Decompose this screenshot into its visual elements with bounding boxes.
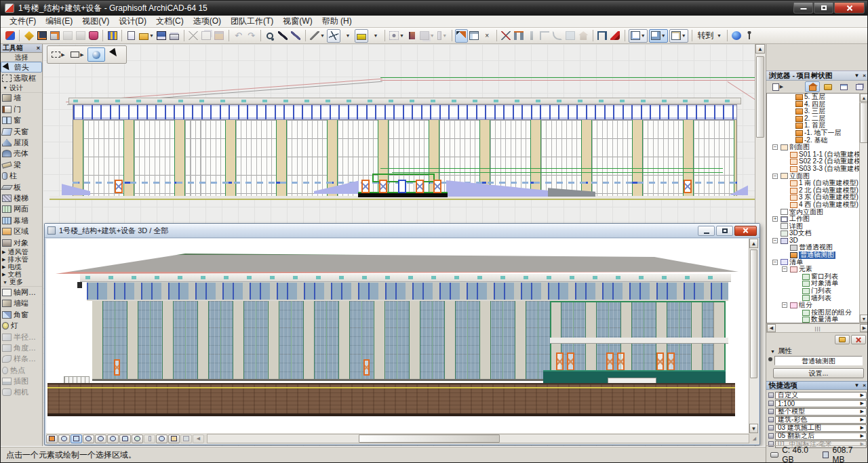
tree-item-elev-south[interactable]: 1 南 (自动重建模型) bbox=[767, 180, 860, 187]
tree-item-story-1[interactable]: 1. 首层 bbox=[767, 122, 860, 129]
settings-button[interactable]: 设置... bbox=[773, 368, 864, 378]
collapse-icon[interactable]: − bbox=[782, 266, 787, 272]
restore-button[interactable] bbox=[814, 3, 833, 14]
menu-edit[interactable]: 编辑(E) bbox=[41, 15, 77, 28]
next-view-icon[interactable] bbox=[180, 435, 192, 443]
delete-item-icon[interactable] bbox=[851, 335, 866, 344]
quick-options-close-icon[interactable]: × bbox=[863, 382, 866, 388]
tool-mesh[interactable]: 网面 bbox=[1, 204, 42, 215]
print-icon[interactable] bbox=[168, 29, 181, 43]
navigator-header[interactable]: 浏览器 - 项目树状图 ▼× bbox=[766, 71, 868, 81]
3d-close-button[interactable] bbox=[734, 226, 757, 236]
properties-section[interactable]: ▼ 属性 bbox=[770, 346, 792, 356]
pan-hand-icon[interactable] bbox=[119, 435, 131, 443]
tree-item-components[interactable]: −组分 bbox=[767, 302, 860, 309]
fillet-icon[interactable] bbox=[551, 29, 564, 43]
tree-item-elevations[interactable]: −立面图 bbox=[767, 173, 860, 180]
close-button[interactable] bbox=[834, 3, 865, 14]
project-map-home-icon[interactable] bbox=[805, 81, 820, 92]
snap-points-icon[interactable]: ▼ bbox=[388, 29, 406, 43]
tree-item-elev-east[interactable]: 3 东 (自动重建模型) bbox=[767, 194, 860, 201]
tree-item-interior-elevations[interactable]: 室内立面图 bbox=[767, 209, 860, 216]
open-file-icon[interactable]: ▼ bbox=[138, 29, 155, 43]
elevation-2d-drawing[interactable] bbox=[50, 75, 756, 205]
collapse-icon[interactable]: − bbox=[772, 238, 778, 243]
new-file-icon[interactable] bbox=[125, 29, 138, 43]
split-icon[interactable] bbox=[513, 29, 526, 43]
tree-item-schedules[interactable]: −清单 bbox=[767, 259, 860, 266]
goto-button[interactable]: 转到 ▼ bbox=[695, 29, 724, 43]
toolbox-group-cable[interactable]: ▶电缆 bbox=[1, 263, 42, 270]
sphere-mode-icon[interactable] bbox=[87, 47, 105, 62]
scroll-down-icon[interactable]: ▼ bbox=[860, 315, 868, 323]
adjust-icon[interactable] bbox=[526, 29, 538, 43]
tree-hscrollbar[interactable]: ◀ ||| ▶ bbox=[766, 323, 868, 333]
collapse-icon[interactable]: − bbox=[772, 174, 778, 179]
navigator-close-icon[interactable]: × bbox=[863, 73, 866, 79]
toolbox-group-design[interactable]: ▼设计 bbox=[1, 84, 42, 93]
project-tree[interactable]: 5. 五层 4. 四层 3. 三层 2. 二层 1. 首层 -1. 地下一层 -… bbox=[766, 93, 860, 323]
tree-item-story-b2[interactable]: -2. 基础 bbox=[767, 137, 860, 144]
tree-item-section-s01[interactable]: S01 1-1 (自动重建模型) bbox=[767, 151, 860, 159]
project-chooser-icon[interactable]: ▶ bbox=[768, 81, 788, 92]
tree-item-story-b1[interactable]: -1. 地下一层 bbox=[767, 129, 860, 137]
tree-item-story-4[interactable]: 4. 四层 bbox=[767, 101, 860, 108]
tool-grid[interactable]: 轴网… bbox=[1, 287, 42, 298]
viewport-3d[interactable] bbox=[46, 239, 749, 433]
zoom-in-icon[interactable] bbox=[95, 435, 106, 443]
tool-camera[interactable]: 相机 bbox=[1, 387, 42, 398]
tool-window[interactable]: 窗 bbox=[1, 115, 42, 126]
select-pen-icon[interactable] bbox=[455, 29, 468, 43]
tree-item-3d[interactable]: −3D bbox=[767, 237, 860, 245]
tool-wall[interactable]: 墙 bbox=[1, 93, 42, 104]
tree-item-story-3[interactable]: 3. 三层 bbox=[767, 108, 860, 115]
red-marker-icon[interactable] bbox=[609, 29, 622, 43]
toolbox-group-duct[interactable]: ▶通风管 bbox=[1, 248, 42, 256]
tree-item-worksheets[interactable]: +工作图 bbox=[767, 216, 860, 223]
collapse-icon[interactable]: − bbox=[772, 144, 778, 150]
teamwork-cancel-icon[interactable] bbox=[74, 29, 87, 43]
teamwork-grid-icon[interactable] bbox=[61, 29, 74, 43]
walk-person-icon[interactable] bbox=[743, 29, 756, 43]
menu-design[interactable]: 设计(D) bbox=[114, 15, 151, 28]
tree-item-quantity-list[interactable]: 数量清单 bbox=[767, 316, 860, 323]
tool-skylight[interactable]: 天窗 bbox=[1, 126, 42, 137]
zoom-slider-icon[interactable] bbox=[83, 435, 94, 443]
collapse-icon[interactable]: − bbox=[782, 302, 787, 308]
tree-item-perspective[interactable]: 普通透视图 bbox=[767, 244, 860, 251]
layout-book-icon[interactable] bbox=[836, 81, 851, 92]
resize-icon[interactable] bbox=[564, 29, 577, 43]
tool-lamp[interactable]: 灯 bbox=[1, 320, 42, 331]
zoom-out-icon[interactable] bbox=[107, 435, 119, 443]
tool-slab[interactable]: 板 bbox=[1, 182, 42, 193]
viewport-3d-hscrollbar[interactable] bbox=[207, 434, 749, 443]
quick-option-custom[interactable]: 自定义▶ bbox=[766, 391, 868, 399]
toolbox-group-more[interactable]: ▼更多 bbox=[1, 278, 42, 287]
tree-item-axonometry[interactable]: 普通轴测图 bbox=[767, 251, 860, 259]
tree-item-door-list[interactable]: 门列表 bbox=[767, 287, 860, 295]
quick-options-menu-icon[interactable]: ▼ bbox=[854, 382, 859, 388]
tree-vscrollbar[interactable]: ▲ ▼ bbox=[859, 93, 868, 323]
redo-icon[interactable]: ↷ bbox=[245, 29, 258, 43]
toolbox-header[interactable]: 工具箱 × bbox=[1, 44, 42, 53]
menu-help[interactable]: 帮助 (H) bbox=[317, 15, 357, 28]
tool-zone[interactable]: 区域 bbox=[1, 226, 42, 237]
tool-figure[interactable]: 插图 bbox=[1, 376, 42, 386]
groups-icon[interactable]: ▼ bbox=[418, 29, 436, 43]
window-layout-combo[interactable]: ▼ bbox=[669, 29, 688, 43]
more-options-icon[interactable]: ◀ bbox=[193, 435, 204, 443]
tool-angle[interactable]: 角度… bbox=[1, 342, 42, 353]
tool-beam[interactable]: 梁 bbox=[1, 159, 42, 170]
tool-arrow[interactable]: 箭头 bbox=[1, 62, 42, 73]
grid-snap-dropdown[interactable]: ▼ bbox=[341, 29, 354, 43]
project-reserve-icon[interactable] bbox=[35, 29, 48, 43]
rotate-view-icon[interactable] bbox=[132, 435, 143, 443]
orbit-mode-icon[interactable] bbox=[71, 435, 82, 443]
resize-grip[interactable]: ◢ bbox=[749, 434, 760, 443]
menu-file[interactable]: 文件(F) bbox=[5, 15, 41, 28]
expand-icon[interactable]: + bbox=[772, 216, 778, 222]
scroll-left-icon[interactable]: ◀ bbox=[767, 324, 776, 332]
tool-marquee[interactable]: 选取框 bbox=[1, 73, 42, 83]
menu-window[interactable]: 视窗(W) bbox=[278, 15, 317, 28]
inject-parameters-icon[interactable] bbox=[290, 29, 302, 43]
